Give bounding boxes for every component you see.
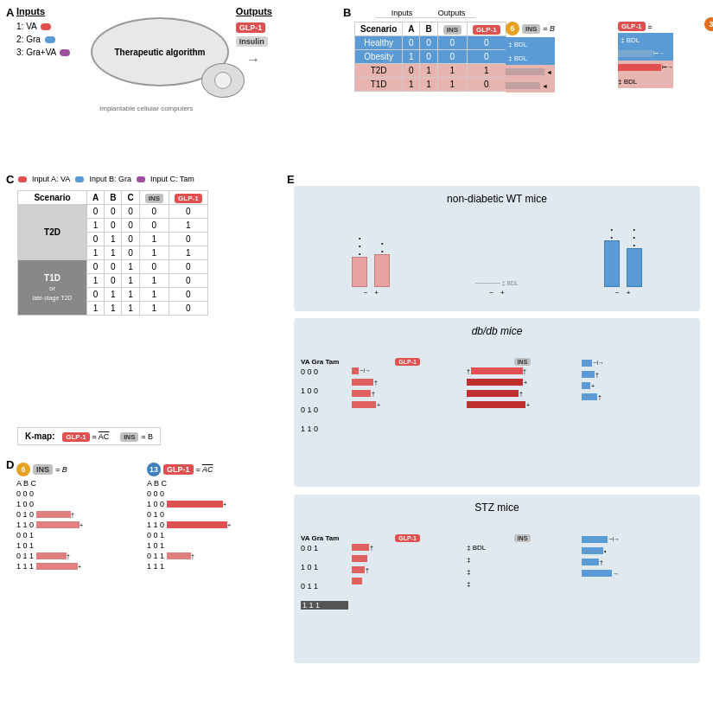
b-bar-t1d: ◄ bbox=[506, 79, 555, 93]
inputs-list: 1: VA 2: Gra 3: Gra+VA bbox=[16, 22, 70, 61]
e-stz-labels: VA Gra Tam 0 0 1 1 0 1 0 1 1 1 1 1 bbox=[301, 534, 348, 620]
circle-6: 6 bbox=[506, 22, 519, 35]
arrow-right: → bbox=[246, 52, 260, 67]
panel-e: E non-diabetic WT mice • • • bbox=[285, 173, 709, 722]
d-ins-circle: 6 bbox=[16, 463, 30, 476]
therapeutic-algorithm-box: Therapeutic algorithm Implantable cellul… bbox=[91, 17, 229, 86]
caption: Implantable cellular computers bbox=[99, 105, 194, 112]
input-1: 1: VA bbox=[16, 22, 70, 31]
d-glp-circle: 13 bbox=[147, 463, 161, 476]
d-glp-section: 13 GLP-1 = AC A B C 0 0 0 1 0 0 + 0 1 0 … bbox=[147, 463, 272, 572]
e-db-red-bars: INS † † + † + bbox=[467, 358, 578, 444]
d-ins-bars: 0 0 0 1 0 0 0 1 0 † 1 1 0 + 0 0 1 1 0 1 … bbox=[16, 489, 137, 571]
e-subpanel-stz: STZ mice VA Gra Tam 0 0 1 1 0 1 0 1 1 1 … bbox=[294, 495, 700, 663]
b-bar-obesity: ‡ BDL bbox=[506, 51, 555, 65]
panel-c-label: C bbox=[6, 173, 14, 186]
e-db-title: db/db mice bbox=[301, 325, 693, 337]
c-input-legend: Input A: VA Input B: Gra Input C: Tam bbox=[18, 175, 194, 183]
e-db-labels: VA Gra Tam 0 0 0 1 0 0 0 1 0 1 1 0 bbox=[301, 358, 348, 444]
e-stz-pink-bars: GLP-1 † † bbox=[352, 534, 463, 620]
panel-e-label: E bbox=[287, 173, 295, 186]
d-ins-section: 6 INS = B A B C 0 0 0 1 0 0 0 1 0 † 1 1 … bbox=[16, 463, 137, 572]
outputs-section: Outputs GLP-1 Insulin bbox=[236, 6, 272, 46]
e-stz-blue-bars: ⊣→ • † → bbox=[582, 534, 693, 620]
e-stz-content: VA Gra Tam 0 0 1 1 0 1 0 1 1 1 1 1 GLP-1… bbox=[301, 519, 693, 620]
c-scenario-table: Scenario A B C INS GLP-1 T2D 00000 10001… bbox=[17, 190, 208, 316]
c-kmap: K-map: GLP-1 = AC INS = B bbox=[17, 422, 161, 445]
insulin-badge: Insulin bbox=[236, 36, 268, 47]
e-wt-mid-group: ───── ‡ BDL −+ bbox=[475, 227, 519, 297]
e-subpanel-wt: non-diabetic WT mice • • • bbox=[294, 186, 700, 311]
panel-a-label: A bbox=[6, 6, 14, 19]
e-stz-title: STZ mice bbox=[301, 501, 693, 514]
c-t1d-label: T1Dor late-stage T2D bbox=[18, 260, 87, 316]
e-db-pink-bars: GLP-1 ⊣→ † † + bbox=[352, 358, 463, 444]
d-glp-bars: 0 0 0 1 0 0 + 0 1 0 1 1 0 + 0 0 1 1 0 1 … bbox=[147, 489, 272, 571]
b-bar-t2d: ◄ bbox=[506, 65, 555, 79]
e-subpanel-db: db/db mice VA Gra Tam 0 0 0 1 0 0 0 1 0 … bbox=[294, 318, 700, 487]
e-wt-charts: • • • • • −+ bbox=[301, 210, 693, 297]
e-db-content: VA Gra Tam 0 0 0 1 0 0 0 1 0 1 1 0 GLP-1… bbox=[301, 342, 693, 444]
b-circles-right: 3 2 bbox=[704, 17, 713, 31]
d-abc-header-left: A B C bbox=[16, 479, 137, 488]
inputs-label: Inputs bbox=[16, 6, 45, 16]
input-2: 2: Gra bbox=[16, 35, 70, 44]
panel-b: B Inputs Outputs Scenario A B INS GLP-1 … bbox=[341, 4, 709, 164]
panel-b-label: B bbox=[343, 6, 351, 19]
e-wt-title: non-diabetic WT mice bbox=[301, 193, 693, 205]
algorithm-label: Therapeutic algorithm bbox=[114, 48, 205, 57]
d-abc-header-right: A B C bbox=[147, 479, 272, 488]
b-scenario-table: Scenario A B INS GLP-1 Healthy0000 Obesi… bbox=[354, 22, 506, 92]
panel-a: A Inputs 1: VA 2: Gra 3: Gra+VA Therapeu… bbox=[4, 4, 341, 164]
b-glp-bars: GLP-1 = ‡ BDL ⊢→ ⊢→ ‡ BDL bbox=[618, 22, 673, 88]
panel-c: C Input A: VA Input B: Gra Input C: Tam … bbox=[4, 173, 281, 454]
b-bar-healthy: ‡ BDL bbox=[506, 37, 555, 51]
b-bar-charts: 6 INS = B ‡ BDL ‡ BDL ◄ ◄ bbox=[506, 22, 555, 93]
panel-d: D 6 INS = B A B C 0 0 0 1 0 0 0 1 0 † 1 … bbox=[4, 458, 281, 722]
e-wt-right-group: • • • • • −+ bbox=[604, 227, 642, 297]
glp1-badge: GLP-1 bbox=[236, 22, 266, 33]
e-wt-glp-group: • • • • • −+ bbox=[352, 227, 390, 297]
b-io-headers: Inputs Outputs bbox=[376, 9, 475, 18]
e-db-blue-bars: ⊣→ † + † bbox=[582, 358, 693, 444]
panel-d-label: D bbox=[6, 458, 14, 471]
input-3: 3: Gra+VA bbox=[16, 48, 70, 57]
outputs-label: Outputs bbox=[236, 6, 272, 16]
e-stz-red-bars: INS ‡ BDL ‡ ‡ ‡ bbox=[467, 534, 578, 620]
c-t2d-label: T2D bbox=[18, 205, 87, 260]
